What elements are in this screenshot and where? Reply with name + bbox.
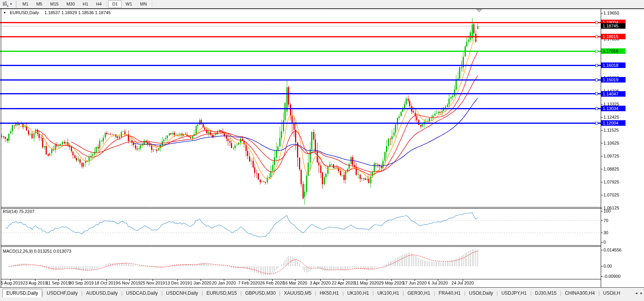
time-axis-label: 24 Jul 2020 xyxy=(452,281,474,285)
symbol-tab[interactable]: CHINA300,H4 xyxy=(561,289,598,297)
chart-cursor-icon[interactable] xyxy=(2,1,9,8)
macd-pane-title: MACD(12,26,9) 0.013251 0.013073 xyxy=(3,249,71,253)
symbol-tab[interactable]: FRA40,H1 xyxy=(435,289,464,297)
rsi-axis-tick: 0 xyxy=(603,240,606,244)
symbol-tab[interactable]: UK100,H1 xyxy=(344,289,373,297)
time-axis-label: 7 Feb 2020 xyxy=(238,281,260,285)
time-axis-label: 6 Nov 2019 xyxy=(118,281,140,285)
symbol-tab[interactable]: USOil,H xyxy=(600,289,624,297)
symbol-tab[interactable]: USDCHF,Daily xyxy=(43,289,81,297)
tabs-scroll-right-icon[interactable]: ▸ xyxy=(640,291,642,295)
symbol-tab[interactable]: AUDUSD,Daily xyxy=(83,289,122,297)
price-line-label: 1.14047 xyxy=(601,91,626,97)
tabs-scroll-left-icon[interactable]: ◂ xyxy=(635,291,637,295)
rsi-axis-tick: 100 xyxy=(603,209,611,213)
price-chart-canvas[interactable] xyxy=(0,0,644,301)
price-axis-tick: 1.10625 xyxy=(603,141,619,145)
toolbar-separator xyxy=(107,1,107,7)
time-axis-label: 22 Apr 2020 xyxy=(332,281,355,285)
timeframe-button-w1[interactable]: W1 xyxy=(122,0,136,8)
symbol-tab[interactable]: EURUSD,M15 xyxy=(203,289,240,297)
price-axis-tick: 1.12425 xyxy=(603,115,619,119)
timeframe-button-m1[interactable]: M1 xyxy=(18,0,32,8)
mt4-window: ▼ M1M5M15M30H1H4 D1W1MN ▼ EURUSD,Daily 1… xyxy=(0,0,644,301)
price-line-label: 1.16018 xyxy=(601,62,626,68)
timeframe-button-mn[interactable]: MN xyxy=(136,0,151,8)
symbol-tab[interactable]: EURUSD,Daily xyxy=(2,289,42,297)
time-axis-label: 30 Sep 2019 xyxy=(69,281,94,285)
chart-title: ▼ EURUSD,Daily 1.18537 1.18929 1.18536 1… xyxy=(3,10,111,15)
chart-title-symbol: EURUSD,Daily xyxy=(10,10,39,15)
macd-axis-tick: 0.014556 xyxy=(603,248,622,252)
timeframe-button-d1[interactable]: D1 xyxy=(108,0,122,8)
time-axis-label: 5 Aug 2019 xyxy=(1,281,23,285)
symbol-tab[interactable]: HK50,H1 xyxy=(316,289,343,297)
current-price-label: 1.18745 xyxy=(601,23,626,29)
price-line-label: 1.17016 xyxy=(601,48,626,54)
price-axis-tick: 1.07025 xyxy=(603,193,619,197)
time-axis-label: 6 Jul 2020 xyxy=(428,281,448,285)
price-line-label: 1.12004 xyxy=(601,120,626,126)
price-axis-tick: 1.07925 xyxy=(603,180,619,184)
time-axis-label: 13 Dec 2019 xyxy=(165,281,190,285)
time-axis-label: 26 Feb 2020 xyxy=(260,281,284,285)
macd-axis-tick: -0.00900 xyxy=(603,274,620,279)
symbol-tab[interactable]: GER30,H1 xyxy=(404,289,434,297)
time-axis-label: 11 May 2020 xyxy=(354,281,379,285)
price-axis-tick: 1.09725 xyxy=(603,154,619,158)
time-axis-label: 11 Sep 2019 xyxy=(46,281,70,285)
symbol-tab[interactable]: USDCAD,Daily xyxy=(122,289,161,297)
time-axis-label: 20 Jan 2020 xyxy=(212,281,236,285)
toolbar-separator xyxy=(152,1,152,7)
time-axis-label: 23 Aug 2019 xyxy=(23,281,47,285)
time-axis-label: 25 Nov 2019 xyxy=(140,281,165,285)
symbol-tab[interactable]: GBPUSD,M30 xyxy=(242,289,279,297)
rsi-pane-title: RSI(14) 75.2207 xyxy=(3,209,35,214)
price-line-label: 1.15019 xyxy=(601,77,626,83)
time-axis-label: 17 Jun 2020 xyxy=(403,281,427,285)
symbol-tab[interactable]: UK100,H1 xyxy=(374,289,402,297)
period-toolbar: ▼ M1M5M15M30H1H4 D1W1MN xyxy=(0,0,644,9)
timeframe-button-m5[interactable]: M5 xyxy=(32,0,46,8)
timeframe-button-h4[interactable]: H4 xyxy=(92,0,105,8)
symbol-tab[interactable]: USOil,Daily xyxy=(465,289,496,297)
timeframe-button-m30[interactable]: M30 xyxy=(63,0,79,8)
time-axis-label: 3 Apr 2020 xyxy=(310,281,330,285)
rsi-axis-tick: 70 xyxy=(603,218,608,223)
time-axis-label: 29 May 2020 xyxy=(379,281,404,285)
time-axis-label: 1 Jan 2020 xyxy=(190,281,211,285)
symbol-tabbar: EURUSD,Daily|USDCHF,Daily|AUDUSD,Daily|U… xyxy=(0,287,644,301)
toolbar-grip[interactable] xyxy=(16,1,17,7)
chart-title-ohlc: 1.18537 1.18929 1.18536 1.18745 xyxy=(44,10,111,15)
price-axis-tick: 1.19650 xyxy=(603,11,619,15)
symbol-tab[interactable]: XAUUSD,M5 xyxy=(280,289,315,297)
rsi-axis-tick: 30 xyxy=(603,230,608,235)
timeframe-button-m15[interactable]: M15 xyxy=(46,0,62,8)
macd-axis-tick: 0.00 xyxy=(603,264,612,268)
symbol-tab[interactable]: DJ30,M15 xyxy=(531,289,560,297)
price-line-label: 1.18015 xyxy=(601,34,626,39)
chevron-down-icon[interactable]: ▼ xyxy=(9,2,13,6)
time-axis-label: 16 Mar 2020 xyxy=(283,281,307,285)
symbol-tab[interactable]: USDJPY,H1 xyxy=(498,289,530,297)
price-line-label: 1.13034 xyxy=(601,106,626,111)
symbol-tab[interactable]: USDCNH,Daily xyxy=(162,289,201,297)
time-axis-label: 18 Oct 2019 xyxy=(94,281,118,285)
chart-menu-icon[interactable]: ▼ xyxy=(3,11,6,15)
price-axis-tick: 1.08825 xyxy=(603,167,619,171)
timeframe-button-h1[interactable]: H1 xyxy=(79,0,92,8)
price-axis-tick: 1.11525 xyxy=(603,128,619,132)
